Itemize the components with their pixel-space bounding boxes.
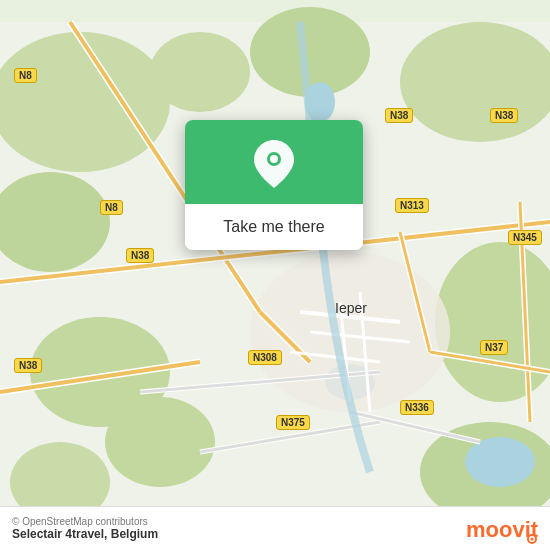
svg-line-36 bbox=[310, 332, 410, 342]
bottom-bar-info: © OpenStreetMap contributors Selectair 4… bbox=[12, 516, 158, 541]
app-name: Selectair 4travel, Belgium bbox=[12, 527, 158, 541]
road-label-n38-left: N38 bbox=[14, 358, 42, 373]
svg-point-12 bbox=[325, 364, 375, 400]
svg-line-38 bbox=[340, 302, 350, 402]
svg-line-37 bbox=[290, 352, 380, 362]
svg-point-14 bbox=[250, 252, 450, 412]
moovit-icon: moovit bbox=[466, 513, 538, 545]
road-label-n8-center: N8 bbox=[100, 200, 123, 215]
svg-point-4 bbox=[400, 22, 550, 142]
svg-point-7 bbox=[150, 32, 250, 112]
road-label-n37: N37 bbox=[480, 340, 508, 355]
road-label-n38-top: N38 bbox=[385, 108, 413, 123]
svg-point-41 bbox=[270, 155, 278, 163]
svg-line-24 bbox=[400, 232, 430, 352]
svg-point-3 bbox=[30, 317, 170, 427]
svg-point-8 bbox=[250, 7, 370, 97]
svg-rect-0 bbox=[0, 22, 550, 528]
road-label-n8-topleft: N8 bbox=[14, 68, 37, 83]
location-pin-icon bbox=[252, 138, 296, 190]
take-me-there-button[interactable]: Take me there bbox=[185, 204, 363, 250]
moovit-logo: moovit bbox=[466, 513, 538, 545]
svg-line-33 bbox=[430, 352, 550, 372]
svg-point-45 bbox=[531, 537, 534, 540]
road-label-n38-center: N38 bbox=[126, 248, 154, 263]
svg-point-9 bbox=[105, 397, 215, 487]
svg-point-11 bbox=[305, 82, 335, 122]
map-card: Take me there bbox=[185, 120, 363, 250]
map-container: N8 N8 N38 N38 N38 N38 N313 N345 N308 N37… bbox=[0, 0, 550, 550]
svg-line-27 bbox=[140, 372, 380, 392]
city-label: Ieper bbox=[335, 300, 367, 316]
road-label-n375: N375 bbox=[276, 415, 310, 430]
road-label-n336: N336 bbox=[400, 400, 434, 415]
attribution-text: © OpenStreetMap contributors bbox=[12, 516, 158, 527]
svg-line-34 bbox=[430, 352, 550, 372]
map-card-header bbox=[185, 120, 363, 204]
svg-point-5 bbox=[435, 242, 550, 402]
svg-line-32 bbox=[350, 412, 480, 442]
road-label-n313: N313 bbox=[395, 198, 429, 213]
bottom-bar: © OpenStreetMap contributors Selectair 4… bbox=[0, 506, 550, 550]
road-label-n308: N308 bbox=[248, 350, 282, 365]
svg-point-1 bbox=[0, 32, 170, 172]
svg-line-31 bbox=[350, 412, 480, 442]
road-label-n38-topright: N38 bbox=[490, 108, 518, 123]
svg-line-28 bbox=[140, 372, 380, 392]
svg-line-23 bbox=[400, 232, 430, 352]
svg-point-2 bbox=[0, 172, 110, 272]
road-label-n345: N345 bbox=[508, 230, 542, 245]
svg-point-13 bbox=[465, 437, 535, 487]
